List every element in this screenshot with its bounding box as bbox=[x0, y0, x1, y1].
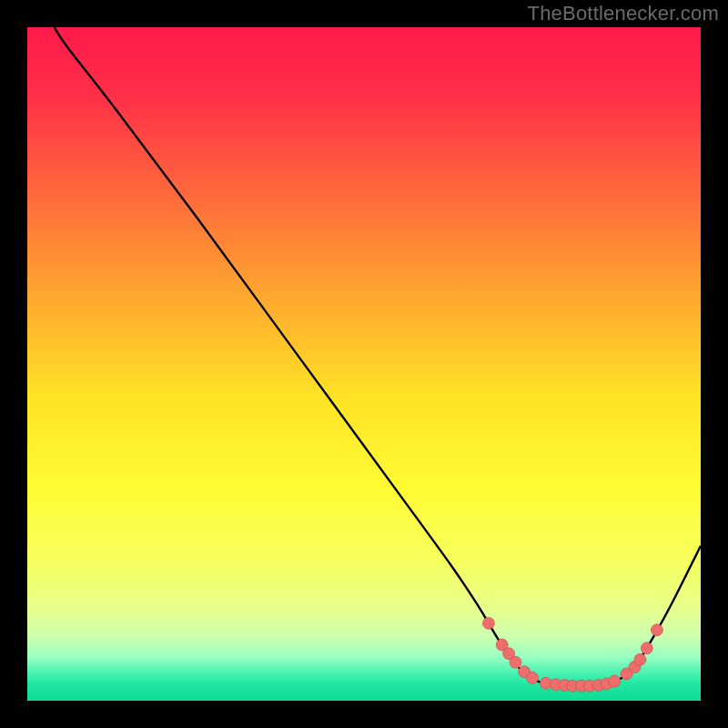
data-marker bbox=[482, 617, 494, 629]
data-marker bbox=[527, 672, 539, 683]
gradient-background bbox=[27, 27, 701, 701]
data-marker bbox=[634, 653, 646, 665]
data-marker bbox=[651, 624, 662, 636]
chart-frame: TheBottlenecker.com bbox=[0, 0, 728, 728]
plot-area bbox=[27, 27, 701, 701]
data-marker bbox=[510, 656, 521, 668]
plot-svg bbox=[27, 27, 701, 701]
attribution-label: TheBottlenecker.com bbox=[528, 2, 719, 25]
data-marker bbox=[609, 675, 621, 687]
data-marker bbox=[641, 642, 652, 654]
